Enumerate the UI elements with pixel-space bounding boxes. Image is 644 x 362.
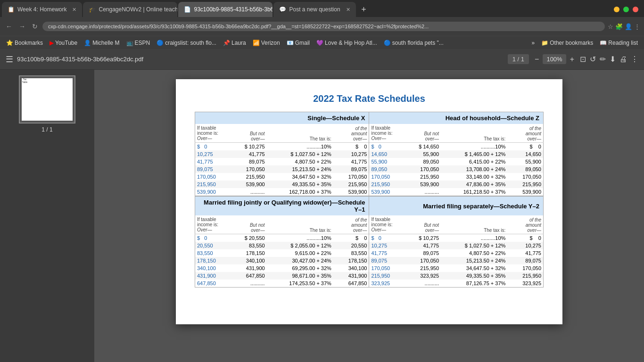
bookmark-other[interactable]: 📁 Other bookmarks [539,39,595,47]
tab-close-post[interactable]: ✕ [346,7,350,13]
folder-icon: 📁 [541,40,548,46]
zoom-in-button[interactable]: + [568,54,576,65]
sx-amt-4: 170,050 [333,173,369,181]
bookmark-sfpets[interactable]: 🔵 south florida pets "... [381,39,446,47]
bookmark-verizon[interactable]: 📶 Verizon [250,39,282,47]
tab-label-week4: Week 4: Homework [17,6,66,13]
sy2-but-3: 170,050 [405,257,441,264]
tab-bar: 📋 Week 4: Homework ✕ 🎓 CengageNOWv2 | On… [0,0,644,17]
sy2-col4-header: of theamountover— [507,215,543,234]
tab-close-week4[interactable]: ✕ [72,7,76,13]
tab-post-question[interactable]: 💬 Post a new question ✕ [273,2,355,17]
table-row: 340,100 431,900 69,295.00 + 32% 340,100 … [195,264,544,272]
bookmarks-label[interactable]: ⭐ Bookmarks [4,39,45,47]
sx-amt-3: 89,075 [333,165,369,173]
sz-amt-2: 55,900 [507,158,543,165]
table-row: 647,850 .......... 174,253.50 + 37% 647,… [195,280,544,288]
more-bookmarks-button[interactable]: » [529,39,537,47]
zoom-level: 100% [543,54,566,64]
address-bar: ← → ↻ cxp-cdn.cengage.info/protected/pro… [0,17,644,36]
sx-but-6: .......... [231,188,267,196]
sy1-over-0: $ 0 [195,234,231,242]
laura-icon: 📌 [223,40,230,46]
forward-button[interactable]: → [17,21,27,32]
fit-page-icon[interactable]: ⊡ [580,55,586,64]
sy1-tax-0: ..........10% [267,234,333,242]
extensions-icon[interactable]: 🧩 [615,23,623,30]
page-thumbnail-1[interactable]: Tax Table [19,75,75,123]
table-row: 41,775 89,075 4,807.50 + 22% 41,775 55,9… [195,158,544,165]
sfpets-icon: 🔵 [384,40,391,46]
sy1-over-1: 20,550 [195,242,231,249]
sz-tax-1: $ 1,465.00 + 12% [441,150,507,158]
sy1-col1-header: If taxableincome is:Over— [195,215,231,234]
bookmark-craigslist[interactable]: 🔵 craigslist: south flo... [154,39,219,47]
bookmark-michelle[interactable]: 👤 Michelle M [82,39,122,47]
back-button[interactable]: ← [4,21,14,32]
sy2-tax-1: $ 1,027.50 + 12% [441,242,507,249]
refresh-button[interactable]: ↻ [30,21,40,32]
maximize-button[interactable] [623,7,629,12]
sz-over-0: $ 0 [369,143,405,151]
url-input[interactable]: cxp-cdn.cengage.info/protected/prod/asse… [42,22,605,31]
bookmark-readinglist[interactable]: 📖 Reading list [597,39,640,47]
table-row: 170,050 215,950 34,647.50 + 32% 170,050 … [195,173,544,181]
sx-col1-header: If taxableincome is:Over— [195,124,231,143]
menu-icon[interactable]: ⋮ [634,23,640,30]
tab-week4-homework[interactable]: 📋 Week 4: Homework ✕ [2,2,82,17]
download-icon[interactable]: ⬇ [610,55,616,64]
close-button[interactable] [633,7,638,12]
bookmark-espn[interactable]: 📺 ESPN [124,39,153,47]
sx-tax-2: 4,807.50 + 22% [267,158,333,165]
hiphop-icon: 💜 [316,40,323,46]
bookmark-hiphop-label: Love & Hip Hop Atl... [325,40,377,46]
sz-tax-0: ..........10% [441,143,507,151]
zoom-out-button[interactable]: − [533,54,541,65]
thumbnail-page-label: 1 / 1 [41,126,52,133]
bookmark-hiphop[interactable]: 💜 Love & Hip Hop Atl... [314,39,380,47]
sz-tax-3: 13,708.00 + 24% [441,165,507,173]
sz-but-3: 170,050 [405,165,441,173]
sx-but-5: 539,900 [231,181,267,188]
sy1-tax-2: 9,615.00 + 22% [267,249,333,257]
sy2-over-2: 41,775 [369,249,405,257]
minimize-button[interactable] [614,7,619,12]
sx-over-6: 539,900 [195,188,231,196]
bookmark-craigslist-label: craigslist: south flo... [165,40,216,46]
sy2-col1-header: If taxableincome is:Over— [369,215,405,234]
sz-over-5: 215,950 [369,181,405,188]
sidebar-toggle-button[interactable]: ☰ [6,54,13,65]
edit-icon[interactable]: ✏ [600,55,606,64]
sz-over-4: 170,050 [369,173,405,181]
print-icon[interactable]: 🖨 [619,55,627,64]
tab-cengage[interactable]: 🎓 CengageNOWv2 | Online teachin... ✕ [83,2,177,17]
sz-amt-5: 215,950 [507,181,543,188]
sz-but-4: 215,950 [405,173,441,181]
bookmark-star-icon[interactable]: ☆ [608,23,613,30]
profile-icon[interactable]: 👤 [625,23,632,30]
sx-col2-header: But notover— [231,124,267,143]
bookmark-laura[interactable]: 📌 Laura [221,39,248,47]
sy2-tax-0: ..........10% [441,234,507,242]
table-row: 215,950 539,900 49,335.50 + 35% 215,950 … [195,181,544,188]
tab-favicon-week4: 📋 [8,6,15,13]
more-options-icon[interactable]: ⋮ [631,55,638,64]
sx-but-4: 215,950 [231,173,267,181]
bookmark-other-label: Other bookmarks [550,40,593,46]
sx-over-3: 89,075 [195,165,231,173]
bookmark-sfpets-label: south florida pets "... [392,40,444,46]
bookmark-gmail[interactable]: 📧 Gmail [284,39,312,47]
pdf-content-area[interactable]: 2022 Tax Rate Schedules Single—Schedule … [94,70,644,362]
tab-pdf[interactable]: 📄 93c100b9-9885-4315-b56b-3b6... ✕ [178,2,272,17]
sz-but-5: 539,900 [405,181,441,188]
table-row: 89,075 170,050 15,213.50 + 24% 89,075 89… [195,165,544,173]
rotate-icon[interactable]: ↺ [590,55,596,64]
sy2-but-4: 215,950 [405,264,441,272]
bookmarks-star-icon: ⭐ [6,40,13,46]
bookmark-youtube[interactable]: ▶ YouTube [47,39,80,47]
new-tab-button[interactable]: + [357,2,371,16]
tab-favicon-pdf: 📄 [184,6,191,13]
sx-over-0: $ 0 [195,143,231,151]
tab-favicon-cengage: 🎓 [89,6,96,13]
sx-tax-4: 34,647.50 + 32% [267,173,333,181]
